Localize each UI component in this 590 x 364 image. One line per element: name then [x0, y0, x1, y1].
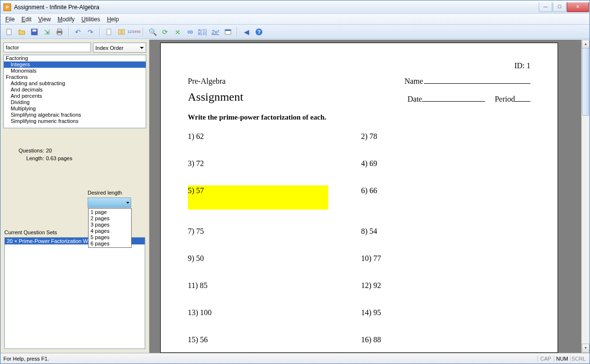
stats-block: Questions:20 Length:0.63 pages [3, 147, 146, 162]
menu-utilities[interactable]: Utilities [81, 16, 100, 23]
question[interactable]: 9) 50 [188, 253, 357, 264]
question[interactable]: 14) 95 [361, 307, 530, 318]
preview-scrollbar[interactable] [581, 40, 590, 353]
dropdown-option[interactable]: 4 pages [89, 228, 131, 234]
toolbar-separator [143, 27, 144, 37]
question[interactable]: 15) 56 [188, 334, 357, 345]
desired-length-select[interactable]: 1 page2 pages3 pages4 pages5 pages6 page… [88, 197, 131, 208]
regen-icon[interactable]: ⟳ [160, 27, 170, 37]
tree-item[interactable]: Dividing [4, 99, 146, 106]
desired-length-dropdown[interactable]: 1 page2 pages3 pages4 pages5 pages6 page… [88, 208, 132, 248]
topic-tree[interactable]: FactoringIntegersMonomialsFractionsAddin… [3, 55, 146, 128]
dropdown-option[interactable]: 2 pages [89, 215, 131, 222]
merge-icon[interactable]: ⇲ [42, 27, 52, 37]
toolbar-separator [237, 27, 238, 37]
columns-icon[interactable] [117, 27, 126, 37]
document-preview: ID: 1 Pre-Algebra Name Assignment DatePe… [150, 40, 590, 353]
scramble-icon[interactable]: ⤨ [173, 27, 182, 37]
question[interactable]: 8) 54 [361, 226, 530, 237]
question[interactable]: 3) 72 [188, 158, 357, 169]
question[interactable]: 5) 57 [188, 185, 328, 210]
statusbar: For Help, press F1. CAP NUM SCRL [0, 353, 590, 364]
svg-text:?: ? [257, 29, 261, 35]
menu-file[interactable]: File [5, 16, 15, 23]
sort-select[interactable]: Index Order [93, 43, 146, 53]
tree-item[interactable]: And decimals [4, 87, 146, 93]
minimize-button[interactable]: — [539, 2, 552, 12]
zoom-icon[interactable]: 🔍 [148, 27, 157, 37]
maximize-button[interactable]: ☐ [553, 2, 566, 12]
question[interactable]: 13) 100 [188, 307, 357, 318]
toolbar-separator [99, 27, 100, 37]
app-icon: P [3, 3, 11, 11]
tree-item[interactable]: Fractions [4, 74, 146, 80]
new-icon[interactable] [4, 27, 14, 37]
menu-view[interactable]: View [38, 16, 51, 23]
question[interactable]: 1) 62 [188, 131, 357, 142]
question[interactable]: 7) 75 [188, 226, 357, 237]
window-controls: — ☐ ✕ [539, 2, 589, 12]
svg-rect-10 [225, 30, 231, 31]
scrl-indicator: SCRL [570, 356, 587, 362]
num-indicator: NUM [554, 356, 570, 362]
tree-item[interactable]: Factoring [4, 55, 146, 61]
menu-help[interactable]: Help [107, 16, 119, 23]
question[interactable]: 10) 77 [361, 253, 530, 264]
question[interactable]: 11) 85 [188, 280, 357, 291]
tree-item[interactable]: Multiplying [4, 106, 146, 112]
question[interactable]: 2) 78 [361, 131, 530, 142]
choices-icon[interactable]: A) B)C) D) [198, 27, 208, 37]
save-icon[interactable] [30, 27, 39, 37]
titlebar: P Assignment - Infinite Pre-Algebra — ☐ … [0, 0, 590, 14]
question[interactable]: 12) 92 [361, 280, 530, 291]
page: ID: 1 Pre-Algebra Name Assignment DatePe… [160, 43, 558, 353]
subject: Pre-Algebra [188, 77, 226, 86]
scroll-thumb[interactable] [582, 48, 589, 116]
svg-rect-2 [32, 30, 36, 31]
search-input[interactable] [3, 43, 91, 52]
tree-item[interactable]: Integers [4, 61, 146, 68]
menu-modify[interactable]: Modify [58, 16, 75, 23]
redo-icon[interactable]: ↷ [86, 27, 95, 37]
numbers-icon[interactable]: 123456 [129, 27, 139, 37]
tree-item[interactable]: Adding and subtracting [4, 80, 146, 87]
dropdown-option[interactable]: 5 pages [89, 234, 131, 241]
question[interactable]: 16) 88 [361, 334, 530, 345]
svg-rect-4 [58, 29, 61, 31]
svg-rect-8 [122, 30, 124, 34]
dropdown-option[interactable]: 6 pages [89, 241, 131, 247]
cap-indicator: CAP [537, 356, 554, 362]
prev-icon[interactable]: ◀ [242, 27, 251, 37]
tree-item[interactable]: Simplifying numeric fractions [4, 118, 146, 124]
desired-length-label: Desired length [88, 190, 131, 196]
desired-length-block: Desired length 1 page2 pages3 pages4 pag… [88, 190, 131, 208]
assignment-title: Assignment [188, 91, 243, 104]
menubar: File Edit View Modify Utilities Help [0, 14, 590, 25]
question[interactable]: 6) 66 [361, 185, 530, 210]
dropdown-option[interactable]: 3 pages [89, 222, 131, 228]
app-window: P Assignment - Infinite Pre-Algebra — ☐ … [0, 0, 590, 364]
help-icon[interactable]: ? [254, 27, 264, 37]
question-sets-list[interactable]: 20 × Prime-Power Factorization Wi [4, 237, 145, 349]
window-icon[interactable] [223, 27, 233, 37]
tree-item[interactable]: And percents [4, 93, 146, 99]
undo-icon[interactable]: ↶ [73, 27, 83, 37]
open-icon[interactable] [17, 27, 27, 37]
window-title: Assignment - Infinite Pre-Algebra [14, 4, 539, 11]
question[interactable]: 4) 69 [361, 158, 530, 169]
main-area: Index Order FactoringIntegersMonomialsFr… [0, 39, 590, 353]
menu-edit[interactable]: Edit [21, 16, 31, 23]
print-icon[interactable] [55, 27, 64, 37]
scale-icon[interactable]: 2x² [211, 27, 220, 37]
length-label: Length: [15, 154, 44, 162]
questions-value: 20 [46, 148, 52, 153]
page-icon[interactable] [104, 27, 114, 37]
instructions: Write the prime-power factorization of e… [188, 113, 530, 121]
tree-item[interactable]: Monomials [4, 68, 146, 74]
close-button[interactable]: ✕ [567, 2, 589, 12]
svg-rect-5 [58, 33, 61, 35]
tree-item[interactable]: Simplifying algebraic fractions [4, 112, 146, 118]
dropdown-option[interactable]: 1 page [89, 209, 131, 215]
infinity-icon[interactable]: ∞ [185, 27, 195, 37]
name-field: Name [405, 77, 530, 86]
